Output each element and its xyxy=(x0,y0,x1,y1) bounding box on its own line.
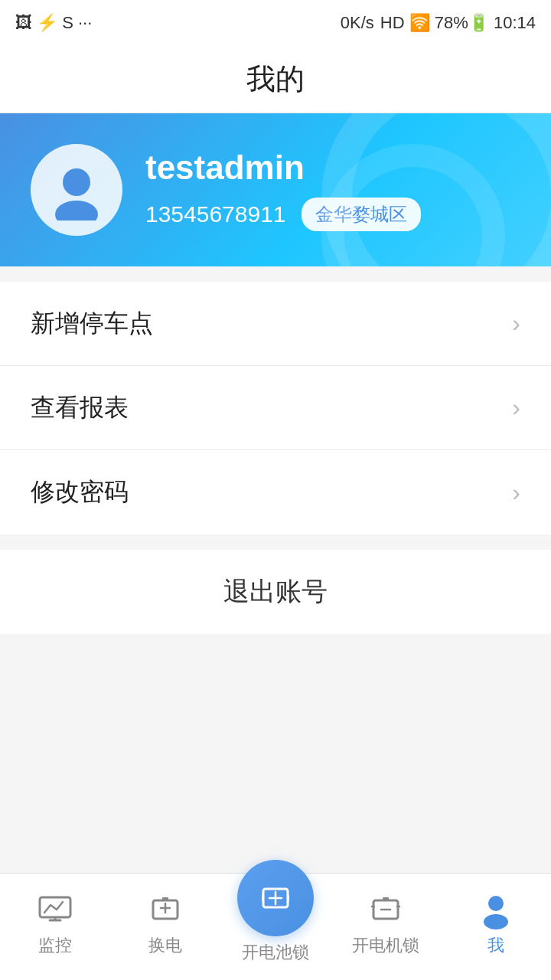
page-title: 我的 xyxy=(246,60,305,99)
profile-region: 金华婺城区 xyxy=(302,198,421,231)
svg-point-0 xyxy=(63,168,90,196)
page-title-bar: 我的 xyxy=(0,46,551,113)
profile-username: testadmin xyxy=(145,149,421,187)
logout-section[interactable]: 退出账号 xyxy=(0,550,551,634)
chevron-right-icon-1: › xyxy=(512,309,520,338)
profile-info: testadmin 13545678911 金华婺城区 xyxy=(145,149,421,231)
svg-point-11 xyxy=(484,914,508,929)
status-bar: 🖼 ⚡ S ··· 0K/s HD 🛜 78%🔋 10:14 xyxy=(0,0,551,46)
profile-header: testadmin 13545678911 金华婺城区 xyxy=(0,113,551,266)
nav-item-open-motor-lock[interactable]: 开电机锁 xyxy=(331,890,441,957)
avatar xyxy=(31,144,122,236)
open-motor-lock-icon xyxy=(366,890,406,929)
status-speed: 0K/s xyxy=(341,13,374,33)
menu-item-label-change-password: 修改密码 xyxy=(31,475,129,509)
svg-point-1 xyxy=(55,201,98,220)
status-icons: 🖼 ⚡ S ··· xyxy=(15,13,92,33)
nav-label-open-motor-lock: 开电机锁 xyxy=(352,934,419,957)
svg-rect-4 xyxy=(162,897,168,901)
menu-section: 新增停车点 › 查看报表 › 修改密码 › xyxy=(0,282,551,534)
svg-point-10 xyxy=(488,896,504,911)
bottom-nav: 监控 换电 开电池锁 xyxy=(0,873,551,980)
status-right: 0K/s HD 🛜 78%🔋 10:14 xyxy=(341,13,536,33)
me-icon xyxy=(476,890,516,929)
nav-item-swap-battery[interactable]: 换电 xyxy=(110,890,220,957)
menu-item-view-reports[interactable]: 查看报表 › xyxy=(0,366,551,450)
menu-item-label-view-reports: 查看报表 xyxy=(31,391,129,425)
chevron-right-icon-2: › xyxy=(512,394,520,422)
nav-label-me: 我 xyxy=(487,934,504,957)
monitor-icon xyxy=(35,890,75,929)
menu-item-add-parking[interactable]: 新增停车点 › xyxy=(0,282,551,366)
nav-label-swap-battery: 换电 xyxy=(148,934,182,957)
nav-label-open-battery-lock: 开电池锁 xyxy=(242,941,309,964)
menu-item-change-password[interactable]: 修改密码 › xyxy=(0,450,551,534)
status-left: 🖼 ⚡ S ··· xyxy=(15,13,92,33)
svg-rect-6 xyxy=(262,895,264,901)
status-signal: HD 🛜 78%🔋 10:14 xyxy=(380,13,536,33)
chevron-right-icon-3: › xyxy=(512,479,520,507)
nav-item-me[interactable]: 我 xyxy=(441,890,551,957)
nav-label-monitor: 监控 xyxy=(38,934,72,957)
nav-item-open-battery-lock[interactable]: 开电池锁 xyxy=(220,883,331,964)
nav-item-monitor[interactable]: 监控 xyxy=(0,890,110,957)
svg-rect-9 xyxy=(383,897,389,901)
menu-item-label-add-parking: 新增停车点 xyxy=(31,307,153,341)
logout-label: 退出账号 xyxy=(223,574,328,609)
swap-battery-icon xyxy=(145,890,185,929)
profile-row: 13545678911 金华婺城区 xyxy=(145,198,421,231)
profile-phone: 13545678911 xyxy=(145,201,286,227)
open-battery-lock-button[interactable] xyxy=(237,860,314,936)
svg-rect-7 xyxy=(287,895,289,901)
